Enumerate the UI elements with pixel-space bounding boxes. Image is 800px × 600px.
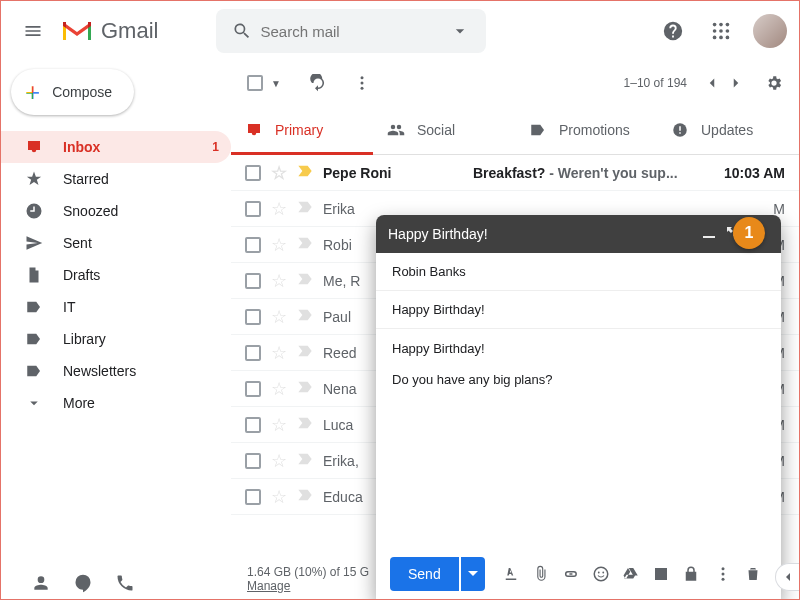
message-checkbox[interactable] — [245, 381, 261, 397]
star-icon[interactable]: ☆ — [271, 378, 287, 400]
sidebar-item-snoozed[interactable]: Snoozed — [1, 195, 231, 227]
next-page-icon[interactable] — [727, 74, 745, 92]
svg-point-0 — [713, 23, 717, 27]
message-checkbox[interactable] — [245, 165, 261, 181]
refresh-icon[interactable] — [309, 74, 327, 92]
manage-link[interactable]: Manage — [247, 579, 290, 593]
to-field[interactable]: Robin Banks — [376, 253, 781, 291]
message-checkbox[interactable] — [245, 345, 261, 361]
delete-icon[interactable] — [739, 560, 767, 588]
svg-point-10 — [360, 82, 363, 85]
message-checkbox[interactable] — [245, 417, 261, 433]
tab-primary[interactable]: Primary — [231, 105, 373, 154]
svg-point-8 — [726, 36, 730, 40]
svg-point-4 — [719, 29, 723, 33]
drive-icon[interactable] — [617, 560, 645, 588]
tab-social[interactable]: Social — [373, 105, 515, 154]
sidebar-item-newsletters[interactable]: Newsletters — [1, 355, 231, 387]
important-icon[interactable] — [297, 164, 313, 181]
star-icon[interactable]: ☆ — [271, 486, 287, 508]
hangouts-icon[interactable] — [73, 573, 93, 593]
lock-icon[interactable] — [677, 560, 705, 588]
gmail-logo-icon — [61, 19, 93, 43]
svg-point-2 — [726, 23, 730, 27]
svg-point-7 — [719, 36, 723, 40]
star-icon — [25, 170, 45, 188]
star-icon[interactable]: ☆ — [271, 198, 287, 220]
message-checkbox[interactable] — [245, 201, 261, 217]
sidebar-item-more[interactable]: More — [1, 387, 231, 419]
sidebar-item-drafts[interactable]: Drafts — [1, 259, 231, 291]
svg-point-11 — [360, 87, 363, 90]
important-icon[interactable] — [297, 380, 313, 397]
star-icon[interactable]: ☆ — [271, 306, 287, 328]
sidebar-item-sent[interactable]: Sent — [1, 227, 231, 259]
sidebar-item-inbox[interactable]: Inbox1 — [1, 131, 231, 163]
important-icon[interactable] — [297, 236, 313, 253]
message-checkbox[interactable] — [245, 453, 261, 469]
svg-point-21 — [722, 578, 725, 581]
important-icon[interactable] — [297, 308, 313, 325]
svg-rect-13 — [679, 126, 681, 131]
subject-field[interactable]: Happy Birthday! — [376, 291, 781, 329]
message-checkbox[interactable] — [245, 489, 261, 505]
important-icon[interactable] — [297, 488, 313, 505]
message-checkbox[interactable] — [245, 237, 261, 253]
minimize-icon[interactable] — [697, 226, 721, 242]
menu-button[interactable] — [13, 11, 53, 51]
format-icon[interactable] — [497, 560, 525, 588]
star-icon[interactable]: ☆ — [271, 450, 287, 472]
svg-point-20 — [722, 573, 725, 576]
star-icon[interactable]: ☆ — [271, 162, 287, 184]
send-options-button[interactable] — [461, 557, 485, 591]
emoji-icon[interactable] — [587, 560, 615, 588]
plus-icon: + — [25, 77, 40, 108]
star-icon[interactable]: ☆ — [271, 414, 287, 436]
attach-icon[interactable] — [527, 560, 555, 588]
send-icon — [25, 234, 45, 252]
link-icon[interactable] — [557, 560, 585, 588]
important-icon[interactable] — [297, 272, 313, 289]
select-dropdown-icon[interactable]: ▼ — [271, 78, 281, 89]
search-input[interactable] — [260, 23, 450, 40]
sidebar-item-library[interactable]: Library — [1, 323, 231, 355]
compose-label: Compose — [52, 84, 112, 100]
more-icon[interactable] — [353, 74, 371, 92]
sidebar-item-it[interactable]: IT — [1, 291, 231, 323]
message-checkbox[interactable] — [245, 309, 261, 325]
svg-rect-15 — [703, 236, 715, 238]
compose-window: Happy Birthday! Robin Banks Happy Birthd… — [376, 215, 781, 599]
tab-promotions[interactable]: Promotions — [515, 105, 657, 154]
more-options-icon[interactable] — [709, 560, 737, 588]
prev-page-icon[interactable] — [703, 74, 721, 92]
apps-button[interactable] — [701, 11, 741, 51]
select-all-checkbox[interactable] — [247, 75, 263, 91]
search-bar[interactable] — [216, 9, 486, 53]
account-avatar[interactable] — [753, 14, 787, 48]
side-panel-toggle[interactable] — [775, 563, 799, 591]
search-options-icon[interactable] — [450, 21, 470, 41]
tab-updates[interactable]: Updates — [657, 105, 799, 154]
star-icon[interactable]: ☆ — [271, 270, 287, 292]
message-checkbox[interactable] — [245, 273, 261, 289]
star-icon[interactable]: ☆ — [271, 234, 287, 256]
compose-button[interactable]: + Compose — [11, 69, 134, 115]
compose-body[interactable]: Happy Birthday! Do you have any big plan… — [376, 329, 781, 549]
pager-text: 1–10 of 194 — [624, 76, 687, 90]
svg-point-5 — [726, 29, 730, 33]
message-row[interactable]: ☆Pepe RoniBreakfast? - Weren't you sup..… — [231, 155, 799, 191]
label-icon — [25, 298, 45, 316]
help-button[interactable] — [653, 11, 693, 51]
settings-icon[interactable] — [765, 74, 783, 92]
important-icon[interactable] — [297, 200, 313, 217]
contacts-icon[interactable] — [31, 573, 51, 593]
important-icon[interactable] — [297, 452, 313, 469]
storage-text: 1.64 GB (10%) of 15 G — [247, 565, 369, 579]
sidebar-item-starred[interactable]: Starred — [1, 163, 231, 195]
phone-icon[interactable] — [115, 573, 135, 593]
star-icon[interactable]: ☆ — [271, 342, 287, 364]
important-icon[interactable] — [297, 416, 313, 433]
photo-icon[interactable] — [647, 560, 675, 588]
send-button[interactable]: Send — [390, 557, 459, 591]
important-icon[interactable] — [297, 344, 313, 361]
